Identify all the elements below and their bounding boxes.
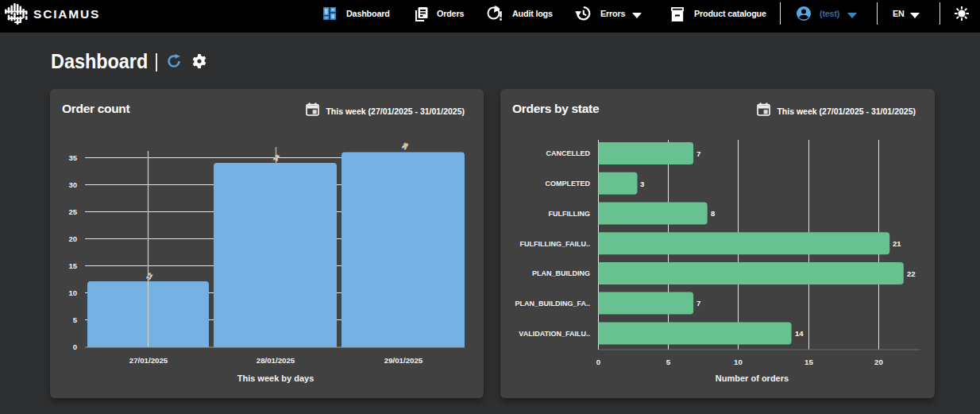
svg-text:15: 15 xyxy=(68,261,77,270)
svg-text:8: 8 xyxy=(711,209,715,218)
svg-text:28/01/2025: 28/01/2025 xyxy=(257,356,295,365)
svg-text:3: 3 xyxy=(640,180,644,188)
svg-text:30: 30 xyxy=(68,180,77,189)
svg-text:27/01/2025: 27/01/2025 xyxy=(129,356,168,365)
svg-text:15: 15 xyxy=(804,358,813,366)
svg-text:CANCELLED: CANCELLED xyxy=(546,149,591,157)
svg-text:PLAN_BUILDING_FA..: PLAN_BUILDING_FA.. xyxy=(515,300,590,308)
svg-text:36: 36 xyxy=(400,141,410,151)
svg-text:5: 5 xyxy=(666,358,671,366)
svg-text:20: 20 xyxy=(68,234,77,243)
svg-text:VALIDATION_FAILU..: VALIDATION_FAILU.. xyxy=(519,330,590,338)
svg-text:10: 10 xyxy=(68,288,77,297)
svg-text:22: 22 xyxy=(907,269,916,278)
svg-text:7: 7 xyxy=(696,299,700,308)
svg-text:0: 0 xyxy=(596,358,600,366)
svg-text:0: 0 xyxy=(73,342,77,351)
svg-text:This week by days: This week by days xyxy=(237,373,314,383)
svg-text:FULFILLING: FULFILLING xyxy=(549,210,591,218)
svg-text:COMPLETED: COMPLETED xyxy=(545,180,590,188)
svg-text:20: 20 xyxy=(874,358,883,366)
svg-text:10: 10 xyxy=(734,358,743,366)
svg-text:14: 14 xyxy=(795,329,804,338)
svg-text:25: 25 xyxy=(68,207,77,216)
svg-text:29/01/2025: 29/01/2025 xyxy=(384,356,423,365)
svg-text:PLAN_BUILDING: PLAN_BUILDING xyxy=(532,269,590,277)
svg-text:FULFILLING_FAILU..: FULFILLING_FAILU.. xyxy=(520,240,591,248)
svg-text:21: 21 xyxy=(893,239,901,248)
svg-text:Number of orders: Number of orders xyxy=(716,373,789,383)
svg-text:35: 35 xyxy=(68,153,77,162)
svg-text:12: 12 xyxy=(145,272,154,281)
svg-text:7: 7 xyxy=(696,149,700,158)
svg-text:5: 5 xyxy=(73,315,78,324)
